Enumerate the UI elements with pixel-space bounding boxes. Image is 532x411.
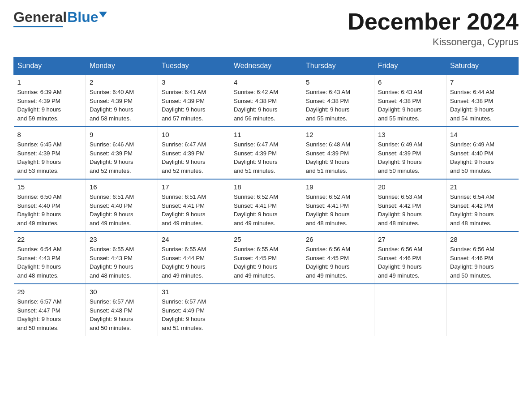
logo-general: General (13, 9, 67, 26)
day-number: 6 (378, 78, 442, 86)
calendar-week-row: 22 Sunrise: 6:54 AM Sunset: 4:43 PM Dayl… (14, 231, 519, 284)
day-number: 12 (306, 131, 370, 138)
day-number: 26 (306, 235, 370, 243)
day-info: Sunrise: 6:54 AM Sunset: 4:42 PM Dayligh… (450, 193, 515, 227)
col-saturday: Saturday (446, 57, 519, 75)
day-number: 18 (234, 183, 298, 191)
logo-blue-text: Blue (67, 9, 98, 26)
calendar-cell (230, 284, 302, 336)
day-info: Sunrise: 6:48 AM Sunset: 4:39 PM Dayligh… (306, 140, 370, 175)
col-sunday: Sunday (14, 57, 86, 75)
col-wednesday: Wednesday (230, 57, 302, 75)
day-number: 8 (17, 131, 82, 138)
day-info: Sunrise: 6:41 AM Sunset: 4:39 PM Dayligh… (162, 88, 226, 123)
calendar-cell: 17 Sunrise: 6:51 AM Sunset: 4:41 PM Dayl… (158, 179, 230, 231)
col-thursday: Thursday (302, 57, 374, 75)
calendar-cell: 18 Sunrise: 6:52 AM Sunset: 4:41 PM Dayl… (230, 179, 302, 231)
day-info: Sunrise: 6:55 AM Sunset: 4:43 PM Dayligh… (90, 245, 154, 280)
day-number: 17 (162, 183, 226, 191)
day-info: Sunrise: 6:51 AM Sunset: 4:41 PM Dayligh… (162, 193, 226, 227)
calendar-subtitle: Kissonerga, Cyprus (348, 36, 519, 48)
day-number: 23 (90, 235, 154, 243)
calendar-cell: 15 Sunrise: 6:50 AM Sunset: 4:40 PM Dayl… (14, 179, 86, 231)
day-info: Sunrise: 6:56 AM Sunset: 4:45 PM Dayligh… (306, 245, 370, 280)
day-number: 3 (162, 78, 226, 86)
day-info: Sunrise: 6:47 AM Sunset: 4:39 PM Dayligh… (234, 140, 298, 175)
day-info: Sunrise: 6:50 AM Sunset: 4:40 PM Dayligh… (17, 193, 82, 227)
day-number: 19 (306, 183, 370, 191)
calendar-cell: 23 Sunrise: 6:55 AM Sunset: 4:43 PM Dayl… (86, 231, 158, 284)
day-info: Sunrise: 6:40 AM Sunset: 4:39 PM Dayligh… (90, 88, 154, 123)
calendar-cell: 19 Sunrise: 6:52 AM Sunset: 4:41 PM Dayl… (302, 179, 374, 231)
calendar-cell: 29 Sunrise: 6:57 AM Sunset: 4:47 PM Dayl… (14, 284, 86, 336)
calendar-week-row: 15 Sunrise: 6:50 AM Sunset: 4:40 PM Dayl… (14, 179, 519, 231)
calendar-cell: 6 Sunrise: 6:43 AM Sunset: 4:38 PM Dayli… (374, 75, 446, 127)
calendar-cell: 11 Sunrise: 6:47 AM Sunset: 4:39 PM Dayl… (230, 127, 302, 179)
calendar-cell: 26 Sunrise: 6:56 AM Sunset: 4:45 PM Dayl… (302, 231, 374, 284)
day-info: Sunrise: 6:46 AM Sunset: 4:39 PM Dayligh… (90, 140, 154, 175)
day-number: 14 (450, 131, 515, 138)
day-number: 16 (90, 183, 154, 191)
calendar-cell: 4 Sunrise: 6:42 AM Sunset: 4:38 PM Dayli… (230, 75, 302, 127)
day-number: 5 (306, 78, 370, 86)
calendar-cell: 27 Sunrise: 6:56 AM Sunset: 4:46 PM Dayl… (374, 231, 446, 284)
page-header: General Blue December 2024 Kissonerga, C… (13, 9, 519, 48)
day-info: Sunrise: 6:56 AM Sunset: 4:46 PM Dayligh… (450, 245, 515, 280)
day-number: 28 (450, 235, 515, 243)
calendar-cell: 8 Sunrise: 6:45 AM Sunset: 4:39 PM Dayli… (14, 127, 86, 179)
calendar-week-row: 1 Sunrise: 6:39 AM Sunset: 4:39 PM Dayli… (14, 75, 519, 127)
day-info: Sunrise: 6:57 AM Sunset: 4:49 PM Dayligh… (162, 297, 226, 332)
logo-underline (13, 26, 63, 27)
col-tuesday: Tuesday (158, 57, 230, 75)
day-number: 10 (162, 131, 226, 138)
calendar-week-row: 8 Sunrise: 6:45 AM Sunset: 4:39 PM Dayli… (14, 127, 519, 179)
day-info: Sunrise: 6:49 AM Sunset: 4:40 PM Dayligh… (450, 140, 515, 175)
day-info: Sunrise: 6:55 AM Sunset: 4:44 PM Dayligh… (162, 245, 226, 280)
day-number: 25 (234, 235, 298, 243)
calendar-cell: 5 Sunrise: 6:43 AM Sunset: 4:38 PM Dayli… (302, 75, 374, 127)
day-info: Sunrise: 6:57 AM Sunset: 4:47 PM Dayligh… (17, 297, 82, 332)
day-info: Sunrise: 6:57 AM Sunset: 4:48 PM Dayligh… (90, 297, 154, 332)
day-number: 30 (90, 288, 154, 295)
calendar-cell: 9 Sunrise: 6:46 AM Sunset: 4:39 PM Dayli… (86, 127, 158, 179)
col-friday: Friday (374, 57, 446, 75)
day-info: Sunrise: 6:45 AM Sunset: 4:39 PM Dayligh… (17, 140, 82, 175)
calendar-cell: 31 Sunrise: 6:57 AM Sunset: 4:49 PM Dayl… (158, 284, 230, 336)
calendar-cell: 22 Sunrise: 6:54 AM Sunset: 4:43 PM Dayl… (14, 231, 86, 284)
title-block: December 2024 Kissonerga, Cyprus (348, 9, 519, 48)
day-number: 29 (17, 288, 82, 295)
calendar-cell: 10 Sunrise: 6:47 AM Sunset: 4:39 PM Dayl… (158, 127, 230, 179)
calendar-cell: 20 Sunrise: 6:53 AM Sunset: 4:42 PM Dayl… (374, 179, 446, 231)
calendar-cell: 1 Sunrise: 6:39 AM Sunset: 4:39 PM Dayli… (14, 75, 86, 127)
calendar-table: Sunday Monday Tuesday Wednesday Thursday… (13, 57, 519, 336)
day-info: Sunrise: 6:54 AM Sunset: 4:43 PM Dayligh… (17, 245, 82, 280)
day-number: 31 (162, 288, 226, 295)
header-row: Sunday Monday Tuesday Wednesday Thursday… (14, 57, 519, 75)
day-number: 27 (378, 235, 442, 243)
day-info: Sunrise: 6:56 AM Sunset: 4:46 PM Dayligh… (378, 245, 442, 280)
day-info: Sunrise: 6:43 AM Sunset: 4:38 PM Dayligh… (378, 88, 442, 123)
day-number: 20 (378, 183, 442, 191)
day-info: Sunrise: 6:42 AM Sunset: 4:38 PM Dayligh… (234, 88, 298, 123)
day-info: Sunrise: 6:47 AM Sunset: 4:39 PM Dayligh… (162, 140, 226, 175)
day-info: Sunrise: 6:55 AM Sunset: 4:45 PM Dayligh… (234, 245, 298, 280)
calendar-title: December 2024 (348, 9, 519, 34)
day-number: 24 (162, 235, 226, 243)
day-number: 7 (450, 78, 515, 86)
calendar-cell: 12 Sunrise: 6:48 AM Sunset: 4:39 PM Dayl… (302, 127, 374, 179)
day-info: Sunrise: 6:49 AM Sunset: 4:39 PM Dayligh… (378, 140, 442, 175)
calendar-cell (374, 284, 446, 336)
day-number: 22 (17, 235, 82, 243)
calendar-cell: 7 Sunrise: 6:44 AM Sunset: 4:38 PM Dayli… (446, 75, 519, 127)
day-number: 1 (17, 78, 82, 86)
day-number: 15 (17, 183, 82, 191)
day-number: 11 (234, 131, 298, 138)
day-info: Sunrise: 6:53 AM Sunset: 4:42 PM Dayligh… (378, 193, 442, 227)
day-number: 4 (234, 78, 298, 86)
day-info: Sunrise: 6:39 AM Sunset: 4:39 PM Dayligh… (17, 88, 82, 123)
day-info: Sunrise: 6:51 AM Sunset: 4:40 PM Dayligh… (90, 193, 154, 227)
calendar-cell: 13 Sunrise: 6:49 AM Sunset: 4:39 PM Dayl… (374, 127, 446, 179)
calendar-cell: 28 Sunrise: 6:56 AM Sunset: 4:46 PM Dayl… (446, 231, 519, 284)
logo-triangle-icon (99, 12, 107, 17)
day-number: 2 (90, 78, 154, 86)
